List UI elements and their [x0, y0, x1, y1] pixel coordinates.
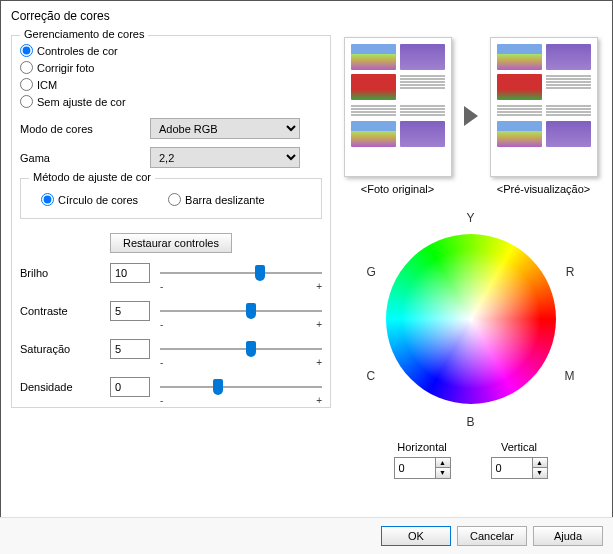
radio-input[interactable]	[168, 193, 181, 206]
plus-icon: +	[316, 319, 322, 330]
horizontal-input[interactable]	[395, 458, 435, 478]
minus-icon: -	[160, 281, 163, 292]
radio-label: Círculo de cores	[58, 194, 138, 206]
arrow-right-icon	[464, 106, 478, 126]
horizontal-label: Horizontal	[394, 441, 451, 453]
brightness-slider[interactable]: - +	[160, 263, 322, 283]
radio-input[interactable]	[20, 95, 33, 108]
saturation-input[interactable]	[110, 339, 150, 359]
minus-icon: -	[160, 319, 163, 330]
color-mode-label: Modo de cores	[20, 123, 150, 135]
vertical-label: Vertical	[491, 441, 548, 453]
contrast-slider[interactable]: - +	[160, 301, 322, 321]
original-label: <Foto original>	[344, 183, 452, 195]
spin-down-icon[interactable]: ▼	[436, 468, 450, 478]
preview-label: <Pré-visualização>	[490, 183, 598, 195]
radio-label: Sem ajuste de cor	[37, 96, 126, 108]
window-title: Correção de cores	[1, 1, 612, 29]
color-management-group: Gerenciamento de cores Controles de cor …	[11, 35, 331, 408]
saturation-label: Saturação	[20, 343, 110, 355]
radio-color-controls[interactable]: Controles de cor	[20, 42, 322, 59]
radio-input[interactable]	[41, 193, 54, 206]
help-button[interactable]: Ajuda	[533, 526, 603, 546]
plus-icon: +	[316, 395, 322, 406]
wheel-label-r: R	[566, 265, 575, 279]
restore-button[interactable]: Restaurar controles	[110, 233, 232, 253]
density-label: Densidade	[20, 381, 110, 393]
color-wheel[interactable]: + Y G R C M B	[361, 209, 581, 429]
wheel-label-y: Y	[466, 211, 474, 225]
vertical-spinner[interactable]: ▲▼	[491, 457, 548, 479]
horizontal-spinner[interactable]: ▲▼	[394, 457, 451, 479]
color-mode-select[interactable]: Adobe RGB	[150, 118, 300, 139]
plus-icon: +	[316, 357, 322, 368]
radio-input[interactable]	[20, 44, 33, 57]
radio-label: Barra deslizante	[185, 194, 265, 206]
radio-no-adjust[interactable]: Sem ajuste de cor	[20, 93, 322, 110]
density-slider[interactable]: - +	[160, 377, 322, 397]
gamma-select[interactable]: 2,2	[150, 147, 300, 168]
radio-input[interactable]	[20, 78, 33, 91]
wheel-label-g: G	[367, 265, 376, 279]
group-title: Gerenciamento de cores	[20, 28, 148, 40]
radio-label: ICM	[37, 79, 57, 91]
group-title: Método de ajuste de cor	[29, 171, 155, 183]
vertical-input[interactable]	[492, 458, 532, 478]
result-preview	[490, 37, 598, 177]
minus-icon: -	[160, 395, 163, 406]
wheel-label-c: C	[367, 369, 376, 383]
radio-color-circle[interactable]: Círculo de cores	[41, 191, 138, 208]
radio-label: Controles de cor	[37, 45, 118, 57]
spin-up-icon[interactable]: ▲	[533, 458, 547, 468]
wheel-label-b: B	[466, 415, 474, 429]
contrast-input[interactable]	[110, 301, 150, 321]
plus-icon: +	[316, 281, 322, 292]
ok-button[interactable]: OK	[381, 526, 451, 546]
cancel-button[interactable]: Cancelar	[457, 526, 527, 546]
spin-down-icon[interactable]: ▼	[533, 468, 547, 478]
radio-fix-photo[interactable]: Corrigir foto	[20, 59, 322, 76]
wheel-center-icon: +	[466, 311, 474, 327]
contrast-label: Contraste	[20, 305, 110, 317]
minus-icon: -	[160, 357, 163, 368]
brightness-input[interactable]	[110, 263, 150, 283]
radio-label: Corrigir foto	[37, 62, 94, 74]
gamma-label: Gama	[20, 152, 150, 164]
spin-up-icon[interactable]: ▲	[436, 458, 450, 468]
radio-slider-bar[interactable]: Barra deslizante	[168, 191, 265, 208]
wheel-label-m: M	[565, 369, 575, 383]
radio-icm[interactable]: ICM	[20, 76, 322, 93]
density-input[interactable]	[110, 377, 150, 397]
original-preview	[344, 37, 452, 177]
brightness-label: Brilho	[20, 267, 110, 279]
saturation-slider[interactable]: - +	[160, 339, 322, 359]
adjust-method-group: Método de ajuste de cor Círculo de cores…	[20, 178, 322, 219]
radio-input[interactable]	[20, 61, 33, 74]
